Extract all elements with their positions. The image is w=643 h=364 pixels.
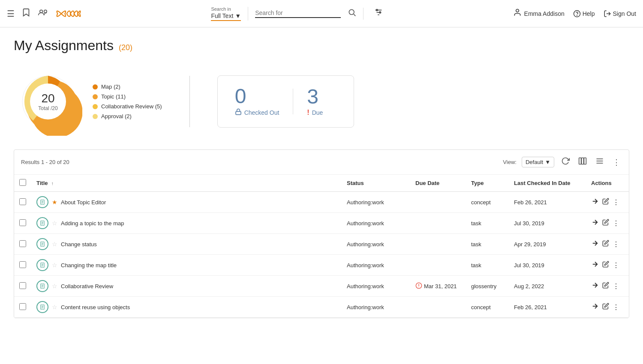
stats-card: 0 Checked Out 3 ! Due: [217, 75, 355, 128]
row-type-cell-0: concept: [466, 192, 509, 213]
row-duedate-cell-1: [410, 213, 466, 234]
star-icon-4[interactable]: ☆: [52, 283, 57, 289]
row-checkbox-cell-1: [14, 213, 31, 234]
row-duedate-cell-5: [410, 297, 466, 318]
row-title-cell-0: ★ About Topic Editor: [31, 192, 342, 213]
row-type-2: task: [471, 241, 481, 248]
action-navigate-1[interactable]: [591, 218, 599, 228]
bookmark-icon[interactable]: [21, 8, 31, 19]
action-more-5[interactable]: ⋮: [613, 303, 619, 311]
action-more-3[interactable]: ⋮: [613, 261, 619, 269]
svg-rect-18: [582, 158, 584, 164]
search-in-select[interactable]: Full Text ▼: [211, 12, 241, 21]
row-type-1: task: [471, 220, 481, 227]
filter-icon[interactable]: [374, 8, 383, 19]
checked-out-label: Checked Out: [244, 109, 279, 116]
results-section: Results 1 - 20 of 20 View: Default ▼: [14, 149, 629, 318]
action-edit-5[interactable]: [602, 303, 609, 311]
svg-point-8: [379, 12, 381, 13]
filter-rows-icon[interactable]: [594, 155, 606, 169]
users-icon[interactable]: [38, 8, 49, 19]
action-more-1[interactable]: ⋮: [613, 219, 619, 227]
header-checkbox: [14, 175, 31, 192]
row-lastchecked-4: Aug 2, 2022: [514, 283, 544, 289]
row-lastchecked-1: Jul 30, 2019: [514, 220, 544, 227]
table-row: ★ About Topic Editor Authoring:work conc…: [14, 192, 629, 213]
legend-label-approval: Approval (2): [101, 113, 132, 119]
row-status-3: Authoring:work: [347, 262, 384, 269]
action-edit-1[interactable]: [602, 219, 609, 227]
action-more-2[interactable]: ⋮: [613, 240, 619, 248]
help-button[interactable]: Help: [573, 10, 595, 18]
user-info[interactable]: Emma Addison: [513, 8, 565, 19]
legend-dot-topic: [93, 94, 98, 99]
star-icon-1[interactable]: ☆: [52, 220, 57, 227]
action-navigate-2[interactable]: [591, 239, 599, 249]
search-divider: [248, 7, 248, 21]
header-center: Search in Full Text ▼: [88, 6, 506, 21]
row-lastchecked-cell-2: Apr 29, 2019: [509, 234, 586, 255]
view-select[interactable]: Default ▼: [522, 157, 554, 167]
more-options-icon[interactable]: ⋮: [611, 156, 622, 169]
checked-out-stat: 0 Checked Out: [235, 86, 293, 117]
row-type-cell-1: task: [466, 213, 509, 234]
row-title-cell-4: ☆ Collaborative Review: [31, 276, 342, 297]
header-lastchecked[interactable]: Last Checked In Date: [509, 175, 586, 192]
star-icon-0[interactable]: ★: [52, 199, 57, 206]
action-navigate-3[interactable]: [591, 260, 599, 270]
star-icon-2[interactable]: ☆: [52, 241, 57, 248]
table-container: Title ↑ Status Due Date Type: [14, 175, 629, 318]
header-type[interactable]: Type: [466, 175, 509, 192]
table-row: ☆ Collaborative Review Authoring:work Ma…: [14, 276, 629, 297]
row-title-text-4: Collaborative Review: [61, 283, 113, 289]
svg-point-7: [376, 9, 378, 11]
action-more-0[interactable]: ⋮: [613, 198, 619, 206]
assignments-table: Title ↑ Status Due Date Type: [14, 175, 629, 318]
row-checkbox-0[interactable]: [19, 198, 26, 205]
logo: [56, 6, 81, 21]
action-edit-0[interactable]: [602, 198, 609, 206]
row-duedate-cell-3: [410, 255, 466, 276]
select-all-checkbox[interactable]: [19, 179, 26, 186]
action-more-4[interactable]: ⋮: [613, 282, 619, 290]
row-checkbox-cell-4: [14, 276, 31, 297]
row-actions-cell-2: ⋮: [586, 234, 629, 255]
page-title-row: My Assignments (20): [14, 38, 629, 54]
action-edit-4[interactable]: [602, 282, 609, 290]
row-status-cell-2: Authoring:work: [342, 234, 410, 255]
row-actions-cell-0: ⋮: [586, 192, 629, 213]
row-checkbox-5[interactable]: [19, 303, 26, 310]
refresh-icon[interactable]: [559, 155, 571, 169]
svg-point-49: [418, 286, 419, 287]
warning-icon: !: [307, 109, 309, 116]
results-count: Results 1 - 20 of 20: [21, 159, 69, 165]
search-input[interactable]: [255, 9, 341, 16]
action-navigate-0[interactable]: [591, 197, 599, 207]
table-row: ☆ Change status Authoring:work task Apr …: [14, 234, 629, 255]
header-status[interactable]: Status: [342, 175, 410, 192]
row-title-text-5: Content reuse using objects: [61, 304, 130, 310]
row-checkbox-1[interactable]: [19, 219, 26, 226]
header-title[interactable]: Title ↑: [31, 175, 342, 192]
row-lastchecked-0: Feb 26, 2021: [514, 199, 547, 206]
user-icon: [513, 8, 522, 19]
row-duedate-cell-2: [410, 234, 466, 255]
search-in-value: Full Text: [211, 12, 233, 19]
signout-button[interactable]: Sign Out: [604, 10, 636, 18]
row-title-text-1: Adding a topic to the map: [61, 220, 124, 227]
row-checkbox-4[interactable]: [19, 282, 26, 289]
star-icon-5[interactable]: ☆: [52, 304, 57, 310]
menu-icon[interactable]: ☰: [7, 9, 15, 19]
action-edit-2[interactable]: [602, 240, 609, 248]
row-status-cell-3: Authoring:work: [342, 255, 410, 276]
row-checkbox-2[interactable]: [19, 240, 26, 247]
action-navigate-4[interactable]: [591, 281, 599, 291]
header-duedate[interactable]: Due Date: [410, 175, 466, 192]
columns-icon[interactable]: [577, 155, 589, 169]
search-icon[interactable]: [348, 8, 356, 19]
row-status-0: Authoring:work: [347, 199, 384, 206]
star-icon-3[interactable]: ☆: [52, 262, 57, 269]
action-navigate-5[interactable]: [591, 302, 599, 312]
action-edit-3[interactable]: [602, 261, 609, 269]
row-checkbox-3[interactable]: [19, 261, 26, 268]
